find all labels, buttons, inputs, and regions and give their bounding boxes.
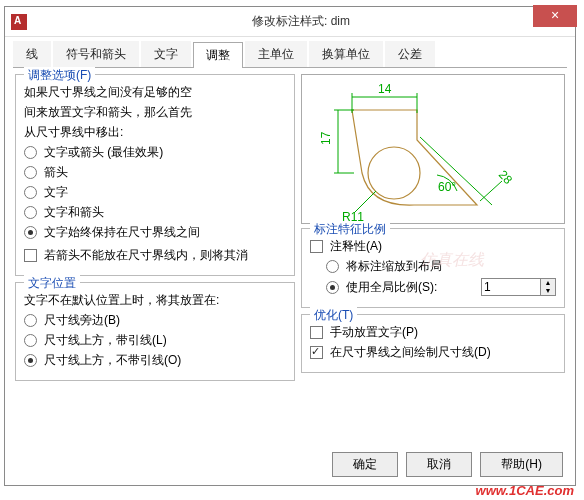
opt-manual[interactable]: 手动放置文字(P) <box>310 324 556 341</box>
fit-opt-3[interactable]: 文字和箭头 <box>24 204 286 221</box>
textpos-1[interactable]: 尺寸线上方，带引线(L) <box>24 332 286 349</box>
fit-intro: 如果尺寸界线之间没有足够的空 <box>24 84 286 101</box>
tab-primary[interactable]: 主单位 <box>245 41 307 67</box>
fit-legend: 调整选项(F) <box>24 67 95 84</box>
svg-text:14: 14 <box>378 82 392 96</box>
spin-up-icon[interactable]: ▲ <box>541 279 555 287</box>
scale-spinner[interactable]: ▲▼ <box>481 278 556 296</box>
svg-text:17: 17 <box>319 131 333 145</box>
spin-down-icon[interactable]: ▼ <box>541 287 555 295</box>
textpos-0[interactable]: 尺寸线旁边(B) <box>24 312 286 329</box>
optimize-group: 优化(T) 手动放置文字(P) 在尺寸界线之间绘制尺寸线(D) <box>301 314 565 373</box>
ok-button[interactable]: 确定 <box>332 452 398 477</box>
fit-opt-2[interactable]: 文字 <box>24 184 286 201</box>
svg-text:60°: 60° <box>438 180 456 194</box>
close-button[interactable]: × <box>533 5 577 27</box>
fit-options-group: 调整选项(F) 如果尺寸界线之间没有足够的空 间来放置文字和箭头，那么首先 从尺… <box>15 74 295 276</box>
watermark-cn: 仿真在线 <box>420 250 484 271</box>
fit-opt-5[interactable]: 若箭头不能放在尺寸界线内，则将其消 <box>24 247 286 264</box>
fit-opt-1[interactable]: 箭头 <box>24 164 286 181</box>
cancel-button[interactable]: 取消 <box>406 452 472 477</box>
help-button[interactable]: 帮助(H) <box>480 452 563 477</box>
fit-opt-0[interactable]: 文字或箭头 (最佳效果) <box>24 144 286 161</box>
text-pos-group: 文字位置 文字不在默认位置上时，将其放置在: 尺寸线旁边(B) 尺寸线上方，带引… <box>15 282 295 381</box>
textpos-2[interactable]: 尺寸线上方，不带引线(O) <box>24 352 286 369</box>
svg-line-7 <box>420 137 492 205</box>
window-title: 修改标注样式: dim <box>27 13 575 30</box>
tab-strip: 线 符号和箭头 文字 调整 主单位 换算单位 公差 <box>13 41 567 68</box>
tab-text[interactable]: 文字 <box>141 41 191 67</box>
titlebar: 修改标注样式: dim × <box>5 7 575 37</box>
tab-lines[interactable]: 线 <box>13 41 51 67</box>
content-area: 调整选项(F) 如果尺寸界线之间没有足够的空 间来放置文字和箭头，那么首先 从尺… <box>5 68 575 397</box>
optimize-legend: 优化(T) <box>310 307 357 324</box>
scale-global[interactable]: 使用全局比例(S): ▲▼ <box>310 278 556 296</box>
preview-pane: 14 17 60° R11 28 <box>301 74 565 224</box>
tab-arrows[interactable]: 符号和箭头 <box>53 41 139 67</box>
textpos-legend: 文字位置 <box>24 275 80 292</box>
dialog-footer: 确定 取消 帮助(H) <box>332 452 563 477</box>
opt-draw[interactable]: 在尺寸界线之间绘制尺寸线(D) <box>310 344 556 361</box>
tab-alt[interactable]: 换算单位 <box>309 41 383 67</box>
scale-input[interactable] <box>481 278 541 296</box>
tab-fit[interactable]: 调整 <box>193 42 243 68</box>
watermark-url: www.1CAE.com <box>476 483 574 498</box>
scale-legend: 标注特征比例 <box>310 221 390 238</box>
svg-line-8 <box>480 181 502 201</box>
app-icon <box>11 14 27 30</box>
fit-opt-4[interactable]: 文字始终保持在尺寸界线之间 <box>24 224 286 241</box>
preview-svg: 14 17 60° R11 28 <box>302 75 562 223</box>
tab-tol[interactable]: 公差 <box>385 41 435 67</box>
dialog-window: 修改标注样式: dim × 线 符号和箭头 文字 调整 主单位 换算单位 公差 … <box>4 6 576 486</box>
